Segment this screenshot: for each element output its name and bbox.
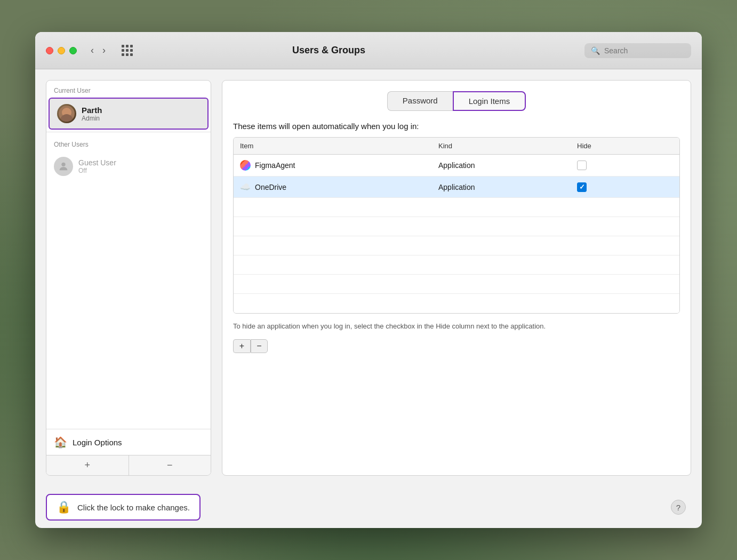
- guest-info: Guest User Off: [78, 158, 116, 174]
- items-table: Item Kind Hide FigmaAgent Application: [233, 137, 680, 314]
- other-users-label: Other Users: [46, 134, 211, 151]
- items-toolbar: + −: [233, 339, 680, 353]
- svg-point-0: [61, 163, 65, 166]
- tab-password[interactable]: Password: [387, 91, 453, 111]
- close-button[interactable]: [46, 47, 53, 54]
- onedrive-icon: ☁️: [240, 182, 251, 192]
- add-user-button[interactable]: +: [46, 455, 129, 475]
- guest-name: Guest User: [78, 158, 116, 167]
- row-hide-onedrive: [577, 182, 630, 192]
- user-role: Admin: [82, 115, 102, 122]
- empty-row: [234, 255, 679, 275]
- remove-user-button[interactable]: −: [129, 455, 211, 475]
- avatar-image: [57, 104, 76, 123]
- sidebar-panel: Current User Parth Admin: [46, 80, 211, 476]
- row-item-onedrive: ☁️ OneDrive: [240, 182, 438, 192]
- sidebar: Current User Parth Admin: [46, 80, 211, 476]
- empty-row: [234, 294, 679, 313]
- empty-row: [234, 275, 679, 294]
- description-text: These items will open automatically when…: [233, 122, 680, 131]
- sidebar-item-parth[interactable]: Parth Admin: [49, 98, 209, 130]
- window-title: Users & Groups: [82, 45, 576, 56]
- row-kind-onedrive: Application: [438, 183, 577, 191]
- sidebar-spacer: [46, 181, 211, 429]
- help-button[interactable]: ?: [671, 500, 686, 515]
- minimize-button[interactable]: [58, 47, 65, 54]
- titlebar: ‹ › Users & Groups 🔍: [35, 32, 702, 69]
- row-kind-figma: Application: [438, 161, 577, 170]
- avatar-body: [60, 114, 73, 122]
- add-item-button[interactable]: +: [233, 339, 250, 353]
- guest-status: Off: [78, 167, 116, 174]
- empty-row: [234, 236, 679, 255]
- user-name: Parth: [82, 106, 102, 115]
- login-options-label: Login Options: [73, 438, 122, 447]
- header-extra2: [652, 142, 673, 150]
- main-panel: Password Login Items These items will op…: [222, 80, 691, 476]
- sidebar-toolbar: + −: [46, 455, 211, 475]
- search-icon: 🔍: [591, 46, 600, 55]
- header-kind: Kind: [438, 142, 577, 150]
- bottom-bar: 🔒 Click the lock to make changes. ?: [35, 486, 702, 528]
- traffic-lights: [46, 47, 77, 54]
- sidebar-divider: [46, 132, 211, 132]
- table-row[interactable]: ☁️ OneDrive Application: [234, 177, 679, 198]
- table-row[interactable]: FigmaAgent Application: [234, 155, 679, 177]
- table-header: Item Kind Hide: [234, 138, 679, 155]
- hide-checkbox-figma[interactable]: [577, 161, 587, 170]
- empty-row: [234, 198, 679, 217]
- figma-icon: [240, 160, 251, 171]
- content-area: Current User Parth Admin: [35, 69, 702, 486]
- current-user-label: Current User: [46, 81, 211, 98]
- avatar: [57, 104, 76, 123]
- sidebar-item-guest[interactable]: Guest User Off: [46, 151, 211, 181]
- lock-text: Click the lock to make changes.: [77, 503, 190, 512]
- lock-area[interactable]: 🔒 Click the lock to make changes.: [46, 494, 201, 521]
- main-window: ‹ › Users & Groups 🔍 Current User: [35, 32, 702, 528]
- empty-row: [234, 217, 679, 236]
- guest-avatar: [54, 157, 73, 176]
- house-icon: 🏠: [54, 436, 67, 449]
- search-bar[interactable]: 🔍: [584, 43, 691, 58]
- hint-text: To hide an application when you log in, …: [233, 321, 680, 332]
- tab-login-items[interactable]: Login Items: [453, 91, 526, 111]
- header-item: Item: [240, 142, 438, 150]
- remove-item-button[interactable]: −: [251, 339, 268, 353]
- lock-icon: 🔒: [57, 500, 71, 514]
- row-item-figma: FigmaAgent: [240, 160, 438, 171]
- row-hide-figma: [577, 161, 630, 170]
- avatar-face: [59, 106, 75, 122]
- maximize-button[interactable]: [69, 47, 77, 54]
- tabs: Password Login Items: [233, 91, 680, 111]
- hide-checkbox-onedrive[interactable]: [577, 182, 587, 192]
- search-input[interactable]: [604, 46, 679, 55]
- header-extra1: [630, 142, 652, 150]
- login-options-item[interactable]: 🏠 Login Options: [46, 429, 211, 455]
- user-info: Parth Admin: [82, 106, 102, 122]
- header-hide: Hide: [577, 142, 630, 150]
